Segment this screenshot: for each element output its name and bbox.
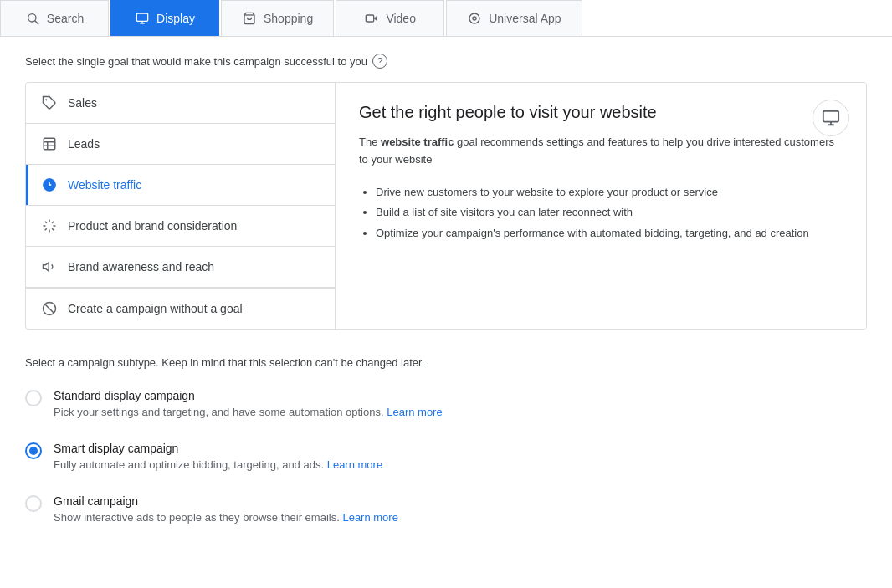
- tab-display-label: Display: [156, 12, 195, 25]
- shopping-icon: [242, 11, 257, 26]
- leads-icon: [41, 135, 58, 152]
- svg-line-26: [45, 304, 54, 314]
- tab-universal-app[interactable]: Universal App: [446, 0, 582, 36]
- ban-icon: [41, 300, 58, 317]
- subtype-standard-content: Standard display campaign Pick your sett…: [54, 389, 443, 418]
- goal-detail-description: The website traffic goal recommends sett…: [359, 134, 843, 169]
- desc-bold: website traffic: [381, 135, 454, 148]
- goals-panel: Sales Leads Website traffic: [25, 82, 867, 330]
- desc-prefix: The: [359, 135, 381, 148]
- subtype-gmail-content: Gmail campaign Show interactive ads to p…: [54, 494, 398, 524]
- svg-line-23: [52, 222, 54, 223]
- main-content: Select the single goal that would make t…: [0, 37, 892, 564]
- goal-website-traffic-label: Website traffic: [68, 178, 141, 192]
- volume-icon: [41, 258, 58, 275]
- radio-gmail[interactable]: [25, 495, 42, 512]
- tab-shopping-label: Shopping: [264, 12, 313, 25]
- goal-leads-label: Leads: [68, 137, 100, 151]
- goal-item-leads[interactable]: Leads: [26, 124, 335, 165]
- svg-point-9: [473, 17, 476, 20]
- svg-line-22: [45, 228, 47, 230]
- goal-item-website-traffic[interactable]: Website traffic: [26, 165, 335, 206]
- goal-item-no-goal[interactable]: Create a campaign without a goal: [26, 289, 335, 329]
- svg-marker-24: [44, 263, 49, 272]
- subtype-smart-content: Smart display campaign Fully automate an…: [54, 442, 382, 471]
- goal-no-goal-label: Create a campaign without a goal: [68, 302, 243, 315]
- subtype-smart-label: Smart display campaign: [54, 442, 382, 455]
- detail-corner-icon: [813, 100, 849, 136]
- goal-product-brand-label: Product and brand consideration: [68, 219, 237, 233]
- bullet-3: Optimize your campaign's performance wit…: [376, 223, 843, 244]
- tag-icon: [41, 95, 58, 111]
- goal-item-sales[interactable]: Sales: [26, 83, 335, 124]
- bullet-2: Build a list of site visitors you can la…: [376, 202, 843, 223]
- radio-standard[interactable]: [25, 390, 42, 406]
- subtype-standard[interactable]: Standard display campaign Pick your sett…: [25, 389, 867, 418]
- section2-label: Select a campaign subtype. Keep in mind …: [25, 356, 867, 369]
- subtype-standard-learn-more[interactable]: Learn more: [387, 406, 442, 418]
- svg-rect-6: [367, 15, 374, 22]
- tab-shopping[interactable]: Shopping: [221, 0, 334, 36]
- tab-universal-label: Universal App: [489, 12, 561, 25]
- section1-label-text: Select the single goal that would make t…: [25, 55, 367, 68]
- goal-detail-bullets: Drive new customers to your website to e…: [359, 182, 843, 244]
- goal-item-brand-awareness[interactable]: Brand awareness and reach: [26, 247, 335, 288]
- campaign-type-tabs: Search Display Shopping Video Universal …: [0, 0, 892, 37]
- universal-icon: [467, 11, 482, 26]
- section1-help-icon[interactable]: ?: [372, 54, 387, 69]
- goal-detail-title: Get the right people to visit your websi…: [359, 103, 843, 122]
- svg-line-20: [45, 222, 47, 223]
- svg-rect-27: [823, 111, 838, 122]
- goal-item-product-brand[interactable]: Product and brand consideration: [26, 206, 335, 247]
- cursor-icon: [41, 176, 58, 193]
- subtype-standard-label: Standard display campaign: [54, 389, 443, 402]
- goal-sales-label: Sales: [68, 96, 97, 110]
- bullet-1: Drive new customers to your website to e…: [376, 182, 843, 203]
- subtype-gmail-label: Gmail campaign: [54, 494, 398, 508]
- svg-rect-11: [44, 138, 55, 150]
- subtype-smart-desc: Fully automate and optimize bidding, tar…: [54, 458, 382, 471]
- goal-brand-awareness-label: Brand awareness and reach: [68, 260, 214, 274]
- subtype-smart[interactable]: Smart display campaign Fully automate an…: [25, 442, 867, 471]
- svg-line-21: [52, 228, 54, 230]
- svg-line-1: [35, 21, 38, 24]
- tab-display[interactable]: Display: [110, 0, 219, 36]
- subtype-gmail-desc: Show interactive ads to people as they b…: [54, 511, 398, 524]
- subtype-standard-desc: Pick your settings and targeting, and ha…: [54, 406, 443, 418]
- svg-rect-2: [136, 13, 147, 21]
- goals-list: Sales Leads Website traffic: [26, 83, 336, 329]
- tab-video[interactable]: Video: [336, 0, 444, 36]
- goal-detail-panel: Get the right people to visit your websi…: [336, 83, 866, 329]
- tab-search[interactable]: Search: [0, 0, 109, 36]
- section1-label-container: Select the single goal that would make t…: [25, 54, 867, 69]
- tab-search-label: Search: [47, 12, 84, 25]
- search-icon: [25, 11, 40, 26]
- radio-smart[interactable]: [25, 442, 42, 459]
- display-icon: [135, 11, 150, 26]
- subtype-smart-learn-more[interactable]: Learn more: [327, 458, 382, 471]
- svg-point-8: [469, 13, 479, 23]
- sparkle-icon: [41, 217, 58, 234]
- subtype-gmail[interactable]: Gmail campaign Show interactive ads to p…: [25, 494, 867, 524]
- video-icon: [364, 11, 379, 26]
- subtype-gmail-learn-more[interactable]: Learn more: [342, 511, 397, 524]
- tab-video-label: Video: [386, 12, 416, 25]
